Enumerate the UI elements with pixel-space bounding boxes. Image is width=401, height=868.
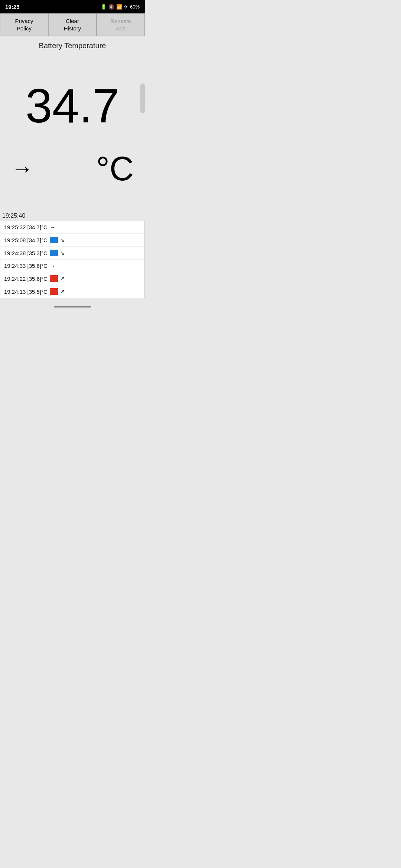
color-indicator	[50, 237, 58, 243]
battery-icon: 🔋	[101, 4, 107, 10]
trend-symbol: →	[50, 224, 55, 230]
history-item-text: 19:24:22 [35.6]°C	[4, 276, 48, 282]
color-indicator	[50, 288, 58, 295]
trend-symbol: →	[50, 263, 55, 269]
history-item: 19:24:33 [35.6]°C →	[0, 260, 144, 272]
battery-percent: 60%	[130, 4, 140, 10]
trend-symbol: ↘	[60, 237, 65, 243]
home-indicator	[0, 302, 145, 310]
status-time: 19:25	[5, 4, 19, 10]
temperature-meta: → °C	[0, 145, 145, 193]
history-item-text: 19:24:13 [35.5]°C	[4, 289, 48, 295]
history-item-text: 19:25:32 [34.7]°C	[4, 224, 48, 230]
top-nav: Privacy Policy Clear History Remove Ads	[0, 13, 145, 36]
clear-history-button[interactable]: Clear History	[48, 13, 97, 36]
color-indicator	[50, 275, 58, 282]
remove-ads-button[interactable]: Remove Ads	[97, 13, 145, 36]
trend-symbol: ↘	[60, 250, 65, 256]
status-icons: 🔋 🔇 📶 ✈ 60%	[101, 4, 140, 10]
main-area: 34.7 → °C	[0, 54, 145, 210]
scroll-indicator[interactable]	[140, 83, 145, 113]
page-title: Battery Temperature	[0, 36, 145, 54]
privacy-policy-button[interactable]: Privacy Policy	[0, 13, 48, 36]
history-item: 19:24:22 [35.6]°C ↗	[0, 272, 144, 285]
temperature-value: 34.7	[25, 82, 119, 130]
history-item-text: 19:24:38 [35.3]°C	[4, 250, 48, 256]
status-bar: 19:25 🔋 🔇 📶 ✈ 60%	[0, 0, 145, 13]
trend-symbol: ↗	[60, 275, 65, 282]
home-bar	[54, 306, 91, 308]
history-item: 19:25:08 [34.7]°C ↘	[0, 234, 144, 247]
trend-symbol: ↗	[60, 288, 65, 295]
history-item-text: 19:24:33 [35.6]°C	[4, 263, 48, 269]
history-item: 19:25:32 [34.7]°C →	[0, 221, 144, 234]
wifi-icon: 📶	[116, 4, 122, 10]
current-timestamp: 19:25:40	[0, 210, 145, 221]
airplane-icon: ✈	[124, 4, 128, 10]
history-list: 19:25:32 [34.7]°C →19:25:08 [34.7]°C ↘19…	[0, 221, 145, 298]
history-item: 19:24:13 [35.5]°C ↗	[0, 285, 144, 298]
mute-icon: 🔇	[108, 4, 114, 10]
temperature-unit: °C	[96, 152, 134, 185]
history-item: 19:24:38 [35.3]°C ↘	[0, 247, 144, 260]
history-item-text: 19:25:08 [34.7]°C	[4, 237, 48, 243]
trend-arrow: →	[11, 158, 33, 180]
color-indicator	[50, 250, 58, 256]
